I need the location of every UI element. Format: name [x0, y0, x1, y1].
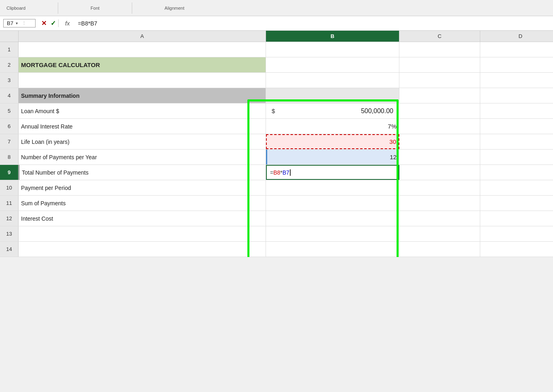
cell-d4[interactable] — [480, 88, 553, 103]
cell-c13[interactable] — [399, 226, 480, 241]
cell-a3[interactable] — [19, 73, 266, 88]
cell-a12[interactable]: Interest Cost — [19, 211, 266, 226]
cell-b8[interactable]: 12 — [266, 150, 399, 164]
cell-a10[interactable]: Payment per Period — [19, 180, 266, 195]
b5-amount: 500,000.00 — [361, 107, 393, 115]
cell-b7[interactable]: 30 — [266, 134, 399, 149]
row-2: 2 MORTGAGE CALCULATOR — [0, 57, 553, 73]
row-num-6: 6 — [0, 119, 19, 134]
cell-d1[interactable] — [480, 42, 553, 57]
cell-b13[interactable] — [266, 226, 399, 241]
cell-b12[interactable] — [266, 211, 399, 226]
cell-a2[interactable]: MORTGAGE CALCULATOR — [19, 57, 266, 72]
cell-b4[interactable] — [266, 88, 399, 103]
cell-b2[interactable] — [266, 57, 399, 72]
cell-c3[interactable] — [399, 73, 480, 88]
row-9: 9 Total Number of Payments = B8 * B7 — [0, 165, 553, 180]
cell-c9[interactable] — [399, 165, 480, 180]
cell-c14[interactable] — [399, 242, 480, 257]
row-5: 5 Loan Amount $ $ 500,000.00 — [0, 103, 553, 119]
row-7: 7 Life Loan (in years) 30 — [0, 134, 553, 150]
col-header-c[interactable]: C — [399, 31, 480, 42]
formula-cursor — [290, 169, 291, 176]
row-num-12: 12 — [0, 211, 19, 226]
cell-a14[interactable] — [19, 242, 266, 257]
cell-d10[interactable] — [480, 180, 553, 195]
cell-ref-dropdown-icon[interactable]: ▾ — [16, 21, 18, 25]
cell-a8[interactable]: Number of Payments per Year — [19, 150, 266, 164]
formula-b7-ref: B7 — [283, 169, 289, 176]
row-1: 1 — [0, 42, 553, 57]
row-13: 13 — [0, 226, 553, 242]
row-11: 11 Sum of Payments — [0, 196, 553, 211]
cell-b9[interactable]: = B8 * B7 — [266, 165, 399, 180]
alignment-label: Alignment — [165, 6, 184, 11]
cell-a11[interactable]: Sum of Payments — [19, 196, 266, 211]
row-8: 8 Number of Payments per Year 12 — [0, 150, 553, 165]
cell-b14[interactable] — [266, 242, 399, 257]
col-header-b[interactable]: B — [266, 31, 399, 42]
row-6: 6 Annual Interest Rate 7% — [0, 119, 553, 134]
row-3: 3 — [0, 73, 553, 88]
cell-d7[interactable] — [480, 134, 553, 149]
row-14: 14 — [0, 242, 553, 257]
col-header-a[interactable]: A — [19, 31, 266, 42]
cell-d3[interactable] — [480, 73, 553, 88]
cell-a6[interactable]: Annual Interest Rate — [19, 119, 266, 134]
row-10: 10 Payment per Period — [0, 180, 553, 196]
cell-c11[interactable] — [399, 196, 480, 211]
cell-c5[interactable] — [399, 103, 480, 118]
row-num-11: 11 — [0, 196, 19, 211]
formula-content[interactable]: =B8*B7 — [76, 19, 550, 27]
cell-a4[interactable]: Summary Information — [19, 88, 266, 103]
cell-d9[interactable] — [480, 165, 553, 180]
cancel-icon[interactable]: ✕ — [41, 19, 46, 27]
cell-d6[interactable] — [480, 119, 553, 134]
cell-d11[interactable] — [480, 196, 553, 211]
cell-a7[interactable]: Life Loan (in years) — [19, 134, 266, 149]
cell-a1[interactable] — [19, 42, 266, 57]
cell-a5[interactable]: Loan Amount $ — [19, 103, 266, 118]
cell-c8[interactable] — [399, 150, 480, 164]
cell-d5[interactable] — [480, 103, 553, 118]
spreadsheet-container: A B C D 1 2 MORTGAGE CALCULATOR — [0, 31, 553, 257]
alignment-section: Alignment — [165, 6, 184, 11]
cell-d2[interactable] — [480, 57, 553, 72]
cell-a9[interactable]: Total Number of Payments — [19, 165, 266, 180]
clipboard-section: Clipboard — [6, 6, 25, 11]
cell-b5[interactable]: $ 500,000.00 — [266, 103, 399, 118]
row-12: 12 Interest Cost — [0, 211, 553, 226]
cell-d14[interactable] — [480, 242, 553, 257]
confirm-icon[interactable]: ✓ — [51, 19, 56, 27]
formula-equals: = — [270, 169, 273, 176]
cell-c7[interactable] — [399, 134, 480, 149]
cell-b11[interactable] — [266, 196, 399, 211]
b5-dollar-sign: $ — [272, 107, 275, 114]
cell-b10[interactable] — [266, 180, 399, 195]
cell-b1[interactable] — [266, 42, 399, 57]
font-label: Font — [91, 6, 99, 11]
cell-c6[interactable] — [399, 119, 480, 134]
cell-c1[interactable] — [399, 42, 480, 57]
row-num-1: 1 — [0, 42, 19, 57]
cell-c12[interactable] — [399, 211, 480, 226]
cell-a13[interactable] — [19, 226, 266, 241]
fx-label: fx — [62, 20, 73, 27]
formula-b8-ref: B8 — [273, 169, 280, 176]
formula-icons-group: ✕ ✓ — [39, 19, 59, 27]
cell-d12[interactable] — [480, 211, 553, 226]
cell-b3[interactable] — [266, 73, 399, 88]
row-num-4: 4 — [0, 88, 19, 103]
cell-b6[interactable]: 7% — [266, 119, 399, 134]
spreadsheet: A B C D 1 2 MORTGAGE CALCULATOR — [0, 31, 553, 257]
cell-reference-box[interactable]: B7 ▾ ⋮ — [3, 19, 36, 27]
cell-d13[interactable] — [480, 226, 553, 241]
row-num-10: 10 — [0, 180, 19, 195]
clipboard-label: Clipboard — [6, 6, 25, 11]
cell-c2[interactable] — [399, 57, 480, 72]
cell-c4[interactable] — [399, 88, 480, 103]
cell-c10[interactable] — [399, 180, 480, 195]
cell-d8[interactable] — [480, 150, 553, 164]
col-header-d[interactable]: D — [480, 31, 553, 42]
row-num-header — [0, 31, 19, 42]
